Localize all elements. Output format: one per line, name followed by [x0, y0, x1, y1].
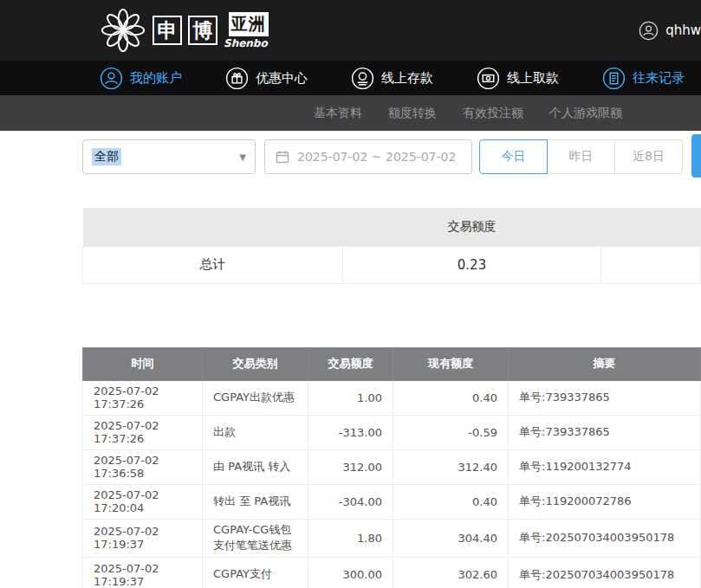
- nav-item-records[interactable]: 往来记录: [602, 67, 685, 90]
- withdraw-icon: [477, 67, 500, 90]
- cell-time: 2025-07-02 17:37:26: [83, 415, 203, 449]
- chevron-down-icon: ▼: [239, 152, 246, 162]
- date-range-value: 2025-07-02 ~ 2025-07-02: [297, 150, 456, 164]
- cell-type: 转出 至 PA视讯: [203, 484, 308, 519]
- nav-label: 线上取款: [507, 70, 559, 87]
- cell-time: 2025-07-02 17:19:37: [83, 519, 203, 558]
- search-button-partial[interactable]: [691, 134, 701, 178]
- cell-amount: 300.00: [308, 558, 393, 588]
- summary-total-label: 总计: [83, 246, 343, 283]
- column-header-time: 时间: [83, 347, 203, 380]
- records-header-row: 时间 交易类别 交易额度 现有额度 摘要: [83, 347, 701, 380]
- avatar-icon: [639, 21, 659, 41]
- user-icon: [100, 67, 123, 90]
- today-button[interactable]: 今日: [479, 139, 548, 174]
- empty-cell: [601, 246, 701, 283]
- table-row: 2025-07-02 17:19:37 CGPAY支付 300.00 302.6…: [83, 558, 701, 588]
- deposit-icon: [351, 67, 374, 90]
- logo-flower-icon: [100, 7, 146, 54]
- site-logo[interactable]: 申 博 亚洲 Shenbo: [100, 7, 269, 54]
- cell-balance: 304.40: [393, 519, 509, 558]
- cell-balance: -0.59: [393, 415, 509, 449]
- last-8-days-button[interactable]: 近8日: [614, 139, 683, 174]
- cell-balance: 0.40: [393, 484, 509, 519]
- cell-amount: 312.00: [308, 449, 393, 484]
- summary-table: 交易额度 总计 0.23: [82, 208, 701, 284]
- cell-note: 单号:739337865: [509, 380, 701, 415]
- user-account[interactable]: qhhw: [639, 21, 701, 41]
- sub-nav: 基本资料 额度转换 有效投注额 个人游戏限额: [0, 95, 701, 131]
- subnav-item-quota-transfer[interactable]: 额度转换: [388, 106, 437, 121]
- records-icon: [602, 67, 626, 90]
- cell-amount: -304.00: [308, 484, 393, 519]
- empty-cell: [601, 208, 701, 246]
- cell-balance: 302.60: [393, 558, 509, 588]
- top-header: 申 博 亚洲 Shenbo qhhw: [0, 0, 701, 61]
- cell-note: 单号:739337865: [509, 415, 701, 449]
- empty-cell: [83, 208, 343, 246]
- cell-note: 单号:119200072786: [509, 484, 701, 519]
- calendar-icon: [276, 150, 289, 164]
- main-nav: 我的账户 优惠中心 线上存款 线上取款 往来记录: [0, 61, 701, 95]
- cell-note: 单号:202507034003950178: [509, 558, 701, 588]
- logo-char-bo: 博: [188, 16, 217, 45]
- cell-type: 由 PA视讯 转入: [203, 449, 308, 484]
- nav-label: 往来记录: [633, 70, 685, 87]
- column-header-type: 交易类别: [203, 347, 308, 380]
- subnav-item-basic-info[interactable]: 基本资料: [314, 106, 362, 121]
- cell-amount: -313.00: [308, 415, 393, 449]
- nav-label: 优惠中心: [256, 70, 308, 87]
- column-header-note: 摘要: [509, 347, 701, 380]
- cell-type: CGPAY-CG钱包支付笔笔送优惠: [203, 519, 308, 558]
- table-row: 2025-07-02 17:20:04 转出 至 PA视讯 -304.00 0.…: [83, 484, 701, 519]
- cell-time: 2025-07-02 17:37:26: [83, 380, 203, 415]
- subnav-item-valid-bets[interactable]: 有效投注额: [463, 106, 523, 121]
- filter-row: 全部 ▼ 2025-07-02 ~ 2025-07-02 今日 昨日 近8日: [82, 139, 701, 174]
- cell-balance: 0.40: [393, 380, 509, 415]
- table-row: 2025-07-02 17:36:58 由 PA视讯 转入 312.00 312…: [83, 449, 701, 484]
- table-row: 2025-07-02 17:37:26 出款 -313.00 -0.59 单号:…: [83, 415, 701, 449]
- records-table: 时间 交易类别 交易额度 现有额度 摘要 2025-07-02 17:37:26…: [82, 347, 701, 588]
- yesterday-button[interactable]: 昨日: [547, 139, 615, 174]
- subnav-item-game-limits[interactable]: 个人游戏限额: [549, 106, 622, 121]
- nav-item-promotions[interactable]: 优惠中心: [225, 67, 308, 90]
- column-header-amount: 交易额度: [308, 347, 393, 380]
- type-select[interactable]: 全部 ▼: [82, 139, 256, 174]
- cell-time: 2025-07-02 17:36:58: [83, 449, 203, 484]
- summary-header-label: 交易额度: [343, 208, 601, 246]
- table-row: 2025-07-02 17:19:37 CGPAY-CG钱包支付笔笔送优惠 1.…: [83, 519, 701, 558]
- gift-icon: [225, 67, 249, 90]
- nav-label: 线上存款: [381, 70, 433, 87]
- cell-balance: 312.40: [393, 449, 509, 484]
- cell-type: CGPAY出款优惠: [203, 380, 308, 415]
- cell-note: 单号:119200132774: [509, 449, 701, 484]
- nav-item-withdraw[interactable]: 线上取款: [477, 67, 559, 90]
- summary-row: 总计 0.23: [83, 246, 701, 283]
- logo-char-shen: 申: [153, 16, 182, 45]
- quick-date-buttons: 今日 昨日 近8日: [479, 139, 683, 174]
- table-row: 2025-07-02 17:37:26 CGPAY出款优惠 1.00 0.40 …: [83, 380, 701, 415]
- nav-label: 我的账户: [130, 70, 182, 87]
- username: qhhw: [665, 23, 701, 38]
- cell-note: 单号:202507034003950178: [509, 519, 701, 558]
- logo-region: 亚洲: [229, 12, 269, 36]
- nav-item-deposit[interactable]: 线上存款: [351, 67, 433, 90]
- cell-amount: 1.80: [308, 519, 393, 558]
- type-select-value: 全部: [92, 148, 121, 165]
- summary-total-value: 0.23: [343, 246, 601, 283]
- cell-time: 2025-07-02 17:20:04: [83, 484, 203, 519]
- logo-subtitle: Shenbo: [224, 37, 269, 49]
- column-header-balance: 现有额度: [393, 347, 509, 380]
- cell-amount: 1.00: [308, 380, 393, 415]
- nav-item-my-account[interactable]: 我的账户: [100, 67, 182, 90]
- main-content: 全部 ▼ 2025-07-02 ~ 2025-07-02 今日 昨日 近8日 交…: [0, 139, 701, 588]
- summary-header-row: 交易额度: [83, 208, 701, 246]
- date-range-input[interactable]: 2025-07-02 ~ 2025-07-02: [264, 139, 472, 174]
- cell-type: CGPAY支付: [203, 558, 308, 588]
- cell-type: 出款: [203, 415, 308, 449]
- cell-time: 2025-07-02 17:19:37: [83, 558, 203, 588]
